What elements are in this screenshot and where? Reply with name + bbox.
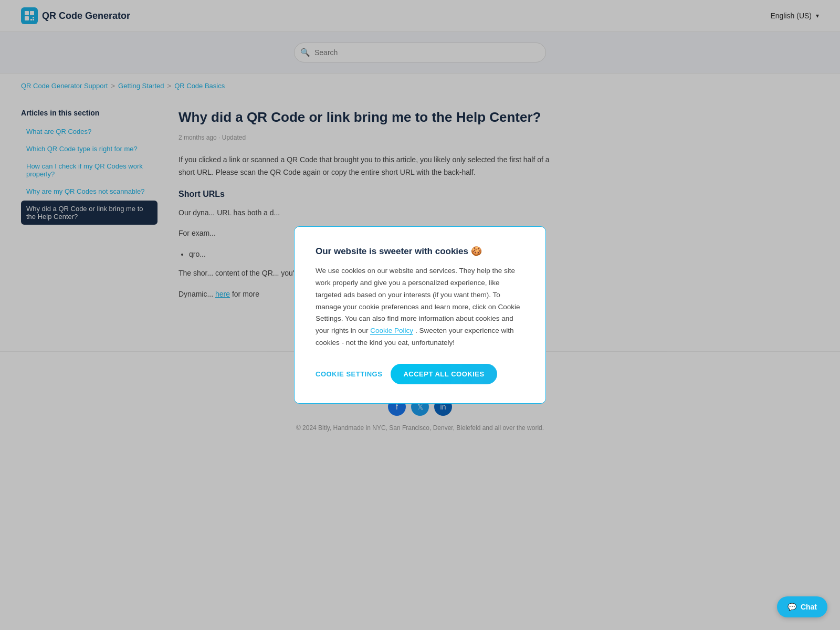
cookie-overlay: Our website is sweeter with cookies 🍪 We…	[0, 0, 840, 453]
cookie-modal: Our website is sweeter with cookies 🍪 We…	[294, 226, 546, 404]
cookie-settings-button[interactable]: COOKIE SETTINGS	[316, 370, 382, 378]
cookie-title: Our website is sweeter with cookies 🍪	[316, 246, 524, 257]
accept-all-cookies-button[interactable]: ACCEPT ALL COOKIES	[391, 364, 497, 384]
cookie-policy-link[interactable]: Cookie Policy	[370, 327, 413, 335]
cookie-body-text-1: We use cookies on our website and servic…	[316, 267, 520, 335]
cookie-body: We use cookies on our website and servic…	[316, 265, 524, 350]
cookie-actions: COOKIE SETTINGS ACCEPT ALL COOKIES	[316, 364, 524, 384]
